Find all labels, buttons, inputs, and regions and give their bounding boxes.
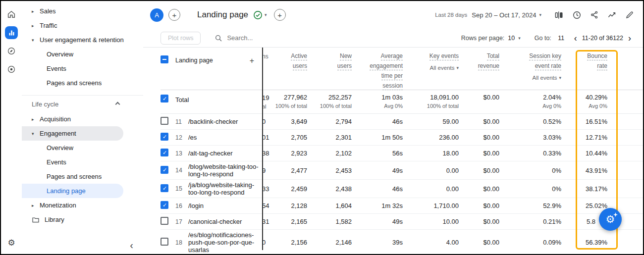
column-header-active-users[interactable]: Activeusers [273,52,310,70]
column-header-session-key-event-rate[interactable]: Session keyevent rateAll events [502,52,564,81]
edit-icon[interactable] [625,10,634,19]
total-revenue-value: $0.00 [462,134,502,141]
row-number: 17 [175,218,188,225]
expand-arrow-icon[interactable]: ▾ [32,38,39,43]
reports-icon[interactable] [5,26,18,39]
column-header-bounce-rate[interactable]: Bouncerate [564,52,610,70]
rows-per-page-value: 10 [508,35,515,42]
session-key-event-rate-value: 52.9% [502,202,564,209]
column-header-line: session [382,82,403,90]
sidebar-item-overview[interactable]: Overview [22,141,123,155]
date-range-label: Last 28 days [435,12,467,18]
analytics-assistant-fab[interactable] [599,208,622,231]
select-all-checkbox[interactable] [161,55,168,63]
comparison-avatar[interactable]: A [150,8,163,22]
column-header-total-revenue[interactable]: Totalrevenue [462,52,502,70]
avg-engagement-time-value: 49s [355,167,406,174]
search-input[interactable] [227,34,346,42]
bounce-rate-value: 38.17% [564,185,610,193]
home-icon[interactable] [5,8,18,21]
total-revenue-value: $0.00 [462,218,502,225]
sidebar-item-events[interactable]: Events [22,155,123,169]
total-row-checkbox[interactable] [161,95,168,102]
add-column-icon[interactable] [250,57,254,65]
column-header-new-users[interactable]: Newusers [310,52,355,70]
share-icon[interactable] [590,10,599,19]
column-filter-label: All events [430,65,455,71]
collapse-arrow-icon[interactable]: ▸ [32,203,39,208]
sidebar-item-acquisition[interactable]: ▸Acquisition [22,112,123,126]
bounce-rate-value: 56.39% [564,239,610,246]
sidebar-nav: ▸Sales▸Traffic▾User engagement & retenti… [22,4,143,227]
row-checkbox[interactable] [161,184,168,192]
expand-arrow-icon[interactable]: ▾ [32,131,39,136]
report-status-dropdown[interactable] [253,10,267,20]
clock-icon[interactable] [572,10,582,20]
collapse-sidebar-icon[interactable] [130,240,133,250]
column-header-landing-page[interactable]: Landing page [175,52,262,65]
row-checkbox[interactable] [161,149,168,156]
date-range-picker[interactable]: Sep 20 – Oct 17, 2024 [472,11,541,19]
collapse-arrow-icon[interactable]: ▸ [32,9,39,14]
row-checkbox[interactable] [161,133,168,141]
compare-icon[interactable] [554,10,564,20]
sidebar-item-traffic[interactable]: ▸Traffic [22,18,123,33]
plot-rows-button[interactable]: Plot rows [161,32,201,45]
column-header-key-events[interactable]: Key eventsAll events [406,52,462,71]
admin-gear-icon[interactable] [1,238,22,248]
row-checkbox[interactable] [161,117,168,125]
avg-engagement-time-value: 56s [355,150,406,157]
add-comparison-icon[interactable] [168,9,180,21]
advertising-icon[interactable] [5,63,18,76]
column-header-avg-engagement-time[interactable]: Averageengagementtime persession [355,52,406,90]
session-key-event-rate-value: 3.03% [502,134,564,141]
avg-engagement-time-value: 39s [355,239,406,246]
previous-page-icon[interactable] [574,34,577,43]
frozen-column-divider[interactable] [262,48,263,250]
sidebar-item-user-engagement-retention[interactable]: ▾User engagement & retention [22,33,123,47]
sidebar-item-pages-and-screens[interactable]: Pages and screens [22,169,123,184]
rows-per-page[interactable]: Rows per page: 10 [461,35,521,42]
sidebar-item-events[interactable]: Events [22,61,123,76]
row-checkbox[interactable] [161,166,168,174]
sidebar-item-label: Events [47,65,66,72]
report-header: A Landing page Last 28 days Sep 20 – Oct… [143,1,643,29]
collapse-arrow-icon[interactable]: ▸ [32,117,39,122]
landing-page-path: /blog/website-taking-too-long-to-respond [188,161,262,179]
column-header-line: users [337,62,352,70]
bounce-rate-value: 10.44% [564,150,610,157]
collapse-section-chevron-icon[interactable] [115,102,120,107]
sidebar-item-overview[interactable]: Overview [22,47,123,61]
sidebar-item-sales[interactable]: ▸Sales [22,4,123,18]
row-checkbox[interactable] [161,217,168,225]
add-tab-icon[interactable] [274,9,286,21]
table-area: Landing page ns ActiveusersNewusersAvera… [143,48,643,254]
chevron-down-icon [456,65,459,70]
collapse-arrow-icon[interactable]: ▸ [32,23,39,28]
explore-icon[interactable] [5,45,18,57]
column-header-line: time per [381,72,403,80]
row-checkbox[interactable] [161,201,168,209]
sidebar-item-pages-and-screens[interactable]: Pages and screens [22,76,123,90]
total-subtext: 100% of total [320,103,352,109]
table-body: 11/backlink-checker03,6492,79446s59.00$0… [161,114,643,254]
sidebar-item-library[interactable]: Library [22,212,123,227]
insights-icon[interactable] [607,10,617,20]
sidebar-item-label: Acquisition [40,115,71,123]
row-checkbox[interactable] [161,238,168,246]
total-key-events: 18,091.00100% of total [406,94,462,109]
sidebar-item-landing-page[interactable]: Landing page [22,184,123,198]
total-revenue-value: $0.00 [462,239,502,246]
sidebar-item-engagement[interactable]: ▾Engagement [22,126,123,141]
active-users-value: 2,477 [273,167,310,174]
column-filter-key-events[interactable]: All events [430,65,459,71]
next-page-icon[interactable] [628,34,631,43]
landing-page-path: /canonical-checker [188,216,262,227]
goto-input[interactable] [555,35,567,42]
sidebar-item-monetization[interactable]: ▸Monetization [22,198,123,212]
landing-page-path: /alt-tag-checker [188,148,262,158]
column-filter-session-key-event-rate[interactable]: All events [533,75,561,81]
row-number: 16 [175,203,188,209]
total-session-key-event-rate: 2.04%Avg 0% [502,94,564,109]
column-header-line: event rate [535,62,561,70]
